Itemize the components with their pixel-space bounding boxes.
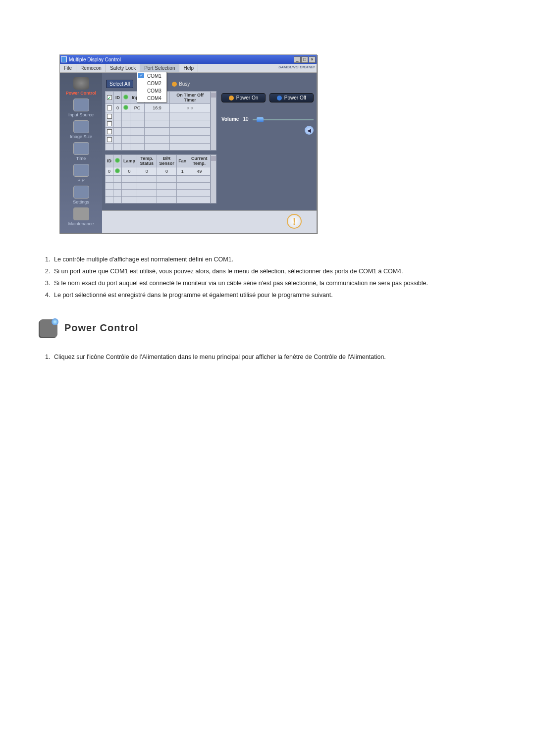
status-dot-icon [123, 105, 128, 110]
checkbox-icon [107, 95, 112, 100]
sidebar-item-pip[interactable]: PIP [60, 164, 102, 183]
image-size-icon [73, 120, 89, 133]
status-dot-icon [123, 95, 128, 100]
status-dot-icon [115, 158, 120, 163]
scroll-up-icon[interactable] [211, 93, 216, 98]
menubar: File Remocon Safety Lock Port Selection … [60, 64, 317, 73]
power-off-button[interactable]: Power Off [269, 93, 314, 102]
speaker-icon[interactable]: ◀ [305, 126, 314, 135]
table-row[interactable]: 0 PC 16:9 ○ ○ [106, 104, 211, 112]
scrollbar[interactable] [211, 154, 216, 203]
power-off-label: Power Off [284, 95, 306, 101]
dd-item-label: COM1 [147, 73, 161, 79]
settings-icon [73, 186, 89, 199]
table-row [106, 143, 211, 150]
dd-item-com1[interactable]: ✓ COM1 [137, 72, 166, 80]
cell-temp-status: 0 [137, 167, 157, 175]
sidebar-item-label: Input Source [60, 112, 102, 117]
table-row[interactable]: 0 0 0 0 1 49 [106, 167, 211, 175]
power-on-button[interactable]: Power On [221, 93, 266, 102]
checkbox-icon[interactable] [107, 105, 112, 110]
input-source-icon [73, 99, 89, 111]
cell-lamp: 0 [122, 167, 137, 175]
menu-safety-lock[interactable]: Safety Lock [106, 64, 140, 72]
dd-item-com3[interactable]: COM3 [137, 87, 166, 95]
checkbox-icon[interactable] [107, 129, 112, 134]
col-br-sensor: B/R Sensor [157, 154, 177, 167]
col-fan: Fan [177, 154, 188, 167]
table-row [106, 135, 211, 143]
sidebar-item-power-control[interactable]: Power Control [60, 77, 102, 96]
col-id: ID [114, 92, 122, 104]
list-item: Si un port autre que COM1 est utilisé, v… [52, 265, 478, 277]
cell-id: 0 [106, 167, 113, 175]
check-icon: ✓ [138, 73, 144, 78]
cell-id: 0 [114, 104, 122, 112]
status-table-wrap: ID Lamp Temp. Status B/R Sensor Fan Curr… [105, 154, 216, 203]
sidebar: Power Control Input Source Image Size Ti… [60, 73, 102, 233]
col-timers: On Timer Off Timer [170, 92, 211, 104]
col-lamp: Lamp [122, 154, 137, 167]
col-status [113, 154, 122, 167]
slider-thumb-icon[interactable] [257, 117, 264, 122]
table-row [106, 189, 211, 196]
section-header-power-control: Power Control [40, 319, 505, 337]
power-off-dot-icon [277, 96, 282, 101]
power-on-label: Power On [236, 95, 258, 101]
cell-br-sensor: 0 [157, 167, 177, 175]
minimize-button[interactable]: _ [294, 56, 301, 63]
dd-item-com4[interactable]: COM4 [137, 95, 166, 102]
scroll-up-icon[interactable] [211, 156, 216, 161]
sidebar-item-time[interactable]: Time [60, 142, 102, 161]
sidebar-item-input-source[interactable]: Input Source [60, 99, 102, 117]
select-all-button[interactable]: Select All [106, 80, 133, 88]
status-table[interactable]: ID Lamp Temp. Status B/R Sensor Fan Curr… [105, 154, 211, 203]
volume-value: 10 [243, 116, 248, 122]
col-id: ID [106, 154, 113, 167]
busy-label: Busy [179, 81, 190, 87]
cell-current-temp: 49 [188, 167, 211, 175]
maximize-button[interactable]: □ [301, 56, 308, 63]
power-on-dot-icon [229, 96, 234, 101]
sidebar-item-maintenance[interactable]: Maintenance [60, 207, 102, 226]
pip-icon [73, 164, 89, 177]
sidebar-item-label: PIP [60, 178, 102, 183]
volume-slider[interactable] [253, 119, 314, 120]
checkbox-icon[interactable] [107, 137, 112, 142]
menu-remocon[interactable]: Remocon [76, 64, 106, 72]
sidebar-item-label: Maintenance [60, 221, 102, 226]
col-check[interactable] [106, 92, 114, 104]
checkbox-icon[interactable] [107, 121, 112, 126]
titlebar: Multiple Display Control _ □ × [60, 55, 317, 64]
doc-list-port: Le contrôle multiple d'affichage est nor… [52, 253, 505, 302]
main-panel: Select All Busy ID [102, 73, 317, 233]
section-title: Power Control [64, 322, 139, 334]
dd-item-label: COM4 [147, 96, 161, 101]
scrollbar[interactable] [211, 91, 216, 151]
window-title: Multiple Display Control [69, 57, 293, 62]
menu-help[interactable]: Help [179, 64, 198, 72]
volume-block: Volume 10 ◀ [221, 116, 314, 135]
dd-item-label: COM2 [147, 81, 161, 86]
app-window: Multiple Display Control _ □ × File Remo… [59, 54, 317, 234]
sidebar-item-label: Settings [60, 200, 102, 204]
sidebar-item-image-size[interactable]: Image Size [60, 120, 102, 139]
maintenance-icon [73, 207, 89, 220]
sidebar-item-settings[interactable]: Settings [60, 186, 102, 204]
sidebar-item-label: Power Control [60, 91, 102, 96]
cell-input: PC [130, 104, 145, 112]
cell-fan: 1 [177, 167, 188, 175]
app-icon [61, 56, 67, 62]
menu-port-selection[interactable]: Port Selection [140, 64, 179, 72]
list-item: Si le nom exact du port auquel est conne… [52, 277, 478, 289]
dd-item-com2[interactable]: COM2 [137, 80, 166, 87]
warning-icon: ! [287, 214, 302, 229]
sidebar-item-label: Image Size [60, 134, 102, 139]
table-row [106, 128, 211, 136]
power-icon [73, 77, 89, 90]
footer-bar: ! [102, 210, 317, 233]
close-button[interactable]: × [309, 56, 316, 63]
menu-file[interactable]: File [60, 64, 76, 72]
checkbox-icon[interactable] [107, 114, 112, 119]
doc-list-power: Cliquez sur l'icône Contrôle de l'Alimen… [52, 351, 505, 363]
